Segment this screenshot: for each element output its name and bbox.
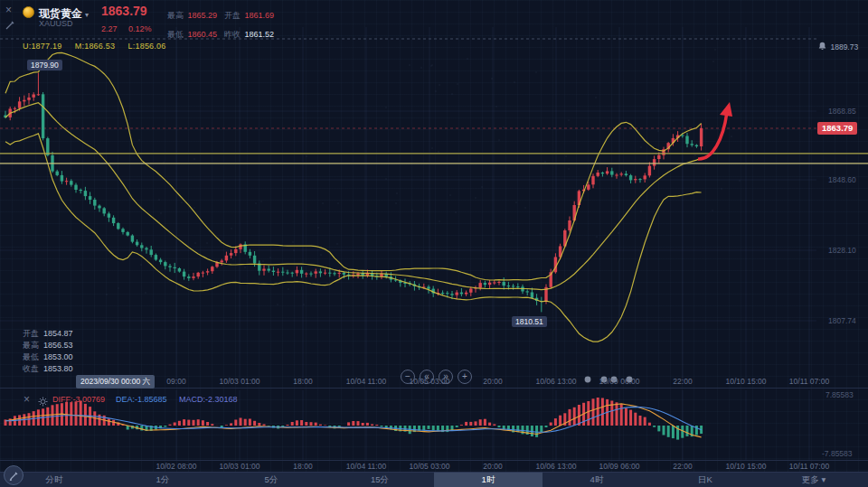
- quote-stat: 最低 1860.45: [167, 24, 224, 41]
- stat-label: 昨收: [224, 30, 241, 39]
- ohlc-row: 开盘1854.87: [23, 328, 73, 340]
- x-axis-label: 10/06 13:00: [536, 462, 577, 471]
- tab-1分[interactable]: 1分: [108, 473, 217, 487]
- price-axis-label: 1807.74: [828, 316, 856, 325]
- last-price: 1863.79: [101, 4, 147, 18]
- change-value: 2.27: [101, 24, 118, 33]
- draw-tool-icon[interactable]: [5, 18, 15, 34]
- stat-value: 1861.52: [244, 30, 274, 39]
- change-percent: 0.12%: [128, 24, 152, 33]
- boll-middle: M:1866.53: [75, 42, 115, 51]
- price-axis-label: 1848.60: [828, 175, 856, 184]
- timeframe-tabbar: 分时1分5分15分1时4时日K更多 ▾: [0, 472, 868, 487]
- ohlc-row: 最高1856.53: [23, 340, 73, 351]
- instrument-name: 现货黄金: [39, 7, 82, 20]
- macd-macd-value: MACD:-2.30168: [179, 395, 238, 404]
- macd-settings-icon[interactable]: [38, 394, 48, 410]
- close-chart-icon[interactable]: ×: [5, 5, 12, 15]
- macd-x-axis: 10/02 08:0010/03 01:0018:0010/04 11:0010…: [0, 462, 868, 472]
- stat-label: 最低: [167, 30, 184, 39]
- macd-close-icon[interactable]: ×: [24, 394, 30, 405]
- price-axis-label: 1868.85: [828, 107, 856, 116]
- macd-axis-top: 7.85583: [826, 390, 854, 399]
- alert-price-label: 1889.73: [830, 42, 858, 52]
- x-axis-label: 10/09 06:00: [599, 377, 640, 386]
- trough-price-label: 1810.51: [512, 316, 547, 327]
- quote-stat: 昨收 1861.52: [224, 24, 281, 41]
- trading-app: × 现货黄金▾ XAUUSD 1863.79 2.27 0.12% 最高 186…: [0, 0, 868, 487]
- instrument-symbol: XAUUSD: [39, 19, 73, 28]
- drawing-tools-button[interactable]: [4, 465, 24, 485]
- tab-日K[interactable]: 日K: [651, 473, 760, 487]
- x-axis-label: 10/04 11:00: [346, 377, 386, 386]
- x-axis-label: 18:00: [293, 462, 312, 471]
- bollinger-readout: U:1877.19 M:1866.53 L:1856.06: [23, 36, 165, 52]
- x-axis-label: 10/03 01:00: [220, 377, 260, 386]
- macd-diff-value: DIFF:-3.00769: [52, 395, 105, 404]
- x-axis-label: 10/06 13:00: [536, 377, 577, 386]
- ohlc-row: 最低1853.00: [23, 351, 73, 363]
- boll-lower: L:1856.06: [128, 42, 166, 51]
- peak-price-label: 1879.90: [27, 60, 62, 70]
- tab-1时[interactable]: 1时: [434, 473, 542, 487]
- price-change: 2.27 0.12%: [101, 19, 152, 35]
- current-price-tag: 1863.79: [817, 122, 857, 135]
- x-axis-label: 09:00: [166, 377, 185, 386]
- x-axis-label: 10/10 15:00: [726, 377, 767, 386]
- main-x-axis: 09:0010/03 01:0018:0010/04 11:0010/05 03…: [0, 377, 868, 387]
- ohlc-hover-panel: 开盘1854.87最高1856.53最低1853.00收盘1853.80: [23, 328, 73, 375]
- stat-value: 1860.45: [187, 30, 217, 39]
- boll-upper: U:1877.19: [23, 42, 61, 51]
- bell-icon: [818, 42, 826, 51]
- x-axis-label: 20:00: [483, 462, 502, 471]
- x-axis-label: 22:00: [673, 462, 692, 471]
- quote-stats: 最高 1865.29开盘 1861.69最低 1860.45昨收 1861.52: [167, 5, 285, 43]
- chevron-down-icon: ▾: [85, 11, 89, 19]
- quote-stat: 开盘 1861.69: [224, 5, 281, 22]
- stat-value: 1865.29: [187, 11, 217, 20]
- x-axis-label: 20:00: [483, 377, 502, 386]
- x-axis-label: 18:00: [293, 377, 312, 386]
- x-axis-label: 10/11 07:00: [789, 462, 829, 471]
- x-axis-label: 10/03 01:00: [220, 462, 260, 471]
- gold-coin-icon: [23, 6, 34, 18]
- quote-stat: 最高 1865.29: [167, 5, 224, 22]
- tab-15分[interactable]: 15分: [326, 473, 434, 487]
- tab-4时[interactable]: 4时: [542, 473, 651, 487]
- x-axis-label: 10/05 03:00: [410, 377, 450, 386]
- tab-5分[interactable]: 5分: [217, 473, 326, 487]
- stat-label: 开盘: [224, 11, 241, 20]
- price-axis-label: 1828.10: [828, 246, 856, 255]
- x-axis-label: 10/02 08:00: [156, 462, 197, 471]
- x-axis-label: 10/10 15:00: [726, 462, 767, 471]
- alert-marker[interactable]: 1889.73: [818, 37, 858, 53]
- stat-label: 最高: [167, 11, 184, 20]
- x-axis-label: 10/05 03:00: [410, 462, 450, 471]
- x-axis-label: 22:00: [673, 377, 692, 386]
- stat-value: 1861.69: [244, 11, 274, 20]
- macd-dea-value: DEA:-1.85685: [116, 395, 167, 404]
- x-axis-label: 10/09 06:00: [599, 462, 640, 471]
- x-axis-label: 10/11 07:00: [789, 377, 829, 386]
- x-axis-label: 10/04 11:00: [346, 462, 386, 471]
- tab-更多[interactable]: 更多 ▾: [760, 473, 868, 487]
- ohlc-row: 收盘1853.80: [23, 363, 73, 375]
- macd-axis-bottom: -7.85583: [822, 449, 853, 458]
- candlestick-chart[interactable]: [0, 0, 868, 487]
